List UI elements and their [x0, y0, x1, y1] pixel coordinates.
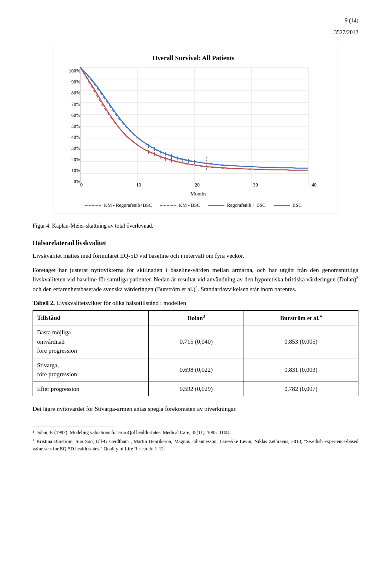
state-2: Stivarga,före progression: [33, 358, 149, 382]
burstrom-1: 0,853 (0,005): [244, 325, 358, 358]
col-header-burstrom: Burström et al.4: [244, 310, 358, 325]
table-row: Stivarga,före progression 0,698 (0,022) …: [33, 358, 358, 382]
legend-km-bsc: KM - BSC: [160, 202, 200, 209]
legend-line-dashed-blue: [85, 205, 101, 206]
chart-svg: [80, 67, 316, 185]
survival-chart: Overall Survival: All Patients 100% 90% …: [53, 45, 338, 213]
dolan-2: 0,698 (0,022): [149, 358, 244, 382]
chart-legend: KM - Regorafenib+BSC KM - BSC Regorafeni…: [57, 202, 329, 209]
col-header-state: Tillstånd: [33, 310, 149, 325]
section-heading: Hälsorelaterad livskvalitet: [33, 238, 358, 248]
dolan-1: 0,715 (0,040): [149, 325, 244, 358]
table-row: Efter progression 0,592 (0,029) 0,782 (0…: [33, 382, 358, 396]
quality-table-section: Tabell 2. Livskvalitetsvikter för olika …: [33, 298, 358, 396]
chart-svg-wrapper: [80, 67, 316, 185]
footnote-1: ³ Dolan, P. (1997). Modeling valuations …: [33, 429, 358, 436]
km-regorafenib-dashed-line: [80, 67, 234, 166]
table-caption: Tabell 2. Livskvalitetsvikter för olika …: [33, 298, 358, 308]
conclusion-text: Det lägre nyttovärdet för Stivarga-armen…: [33, 404, 358, 414]
page-number: 9 (14): [33, 16, 358, 25]
state-3: Efter progression: [33, 382, 149, 396]
legend-line-dashed-red: [160, 205, 176, 206]
chart-plot-area: 100% 90% 80% 70% 60% 50% 40% 30% 20% 10%…: [63, 67, 324, 197]
state-1: Bästa möjligaomvårdnadföre progression: [33, 325, 149, 358]
y-axis-labels: 100% 90% 80% 70% 60% 50% 40% 30% 20% 10%…: [63, 67, 80, 185]
figure-caption: Figur 4. Kaplan-Meier-skattning av total…: [33, 222, 358, 230]
legend-bsc: BSC: [274, 202, 302, 209]
footnote-divider: [33, 426, 114, 426]
dolan-3: 0,592 (0,029): [149, 382, 244, 396]
x-axis-labels: 0 10 20 30 40: [80, 181, 316, 189]
legend-regorafenib-bsc: Regorafenib + BSC: [208, 202, 266, 209]
burstrom-2: 0,831 (0,003): [244, 358, 358, 382]
legend-line-solid-red: [274, 205, 290, 206]
chart-title: Overall Survival: All Patients: [57, 53, 329, 63]
document-id: 3527/2013: [33, 28, 358, 37]
legend-km-regorafenib-bsc: KM - Regorafenib+BSC: [85, 202, 152, 209]
body-paragraph-2: Företaget har justerat nyttovikterna för…: [33, 265, 358, 294]
quality-table: Tillstånd Dolan3 Burström et al.4 Bästa …: [33, 310, 358, 397]
col-header-dolan: Dolan3: [149, 310, 244, 325]
burstrom-3: 0,782 (0,007): [244, 382, 358, 396]
table-row: Bästa möjligaomvårdnadföre progression 0…: [33, 325, 358, 358]
body-paragraph-1: Livskvalitet mättes med formuläret EQ-5D…: [33, 251, 358, 261]
x-axis-title: Months: [80, 190, 316, 198]
footnote-2: ⁴ Kristina Burström, Sun Sun, Ulf-G Gerd…: [33, 438, 358, 452]
legend-line-solid-blue: [208, 205, 224, 206]
